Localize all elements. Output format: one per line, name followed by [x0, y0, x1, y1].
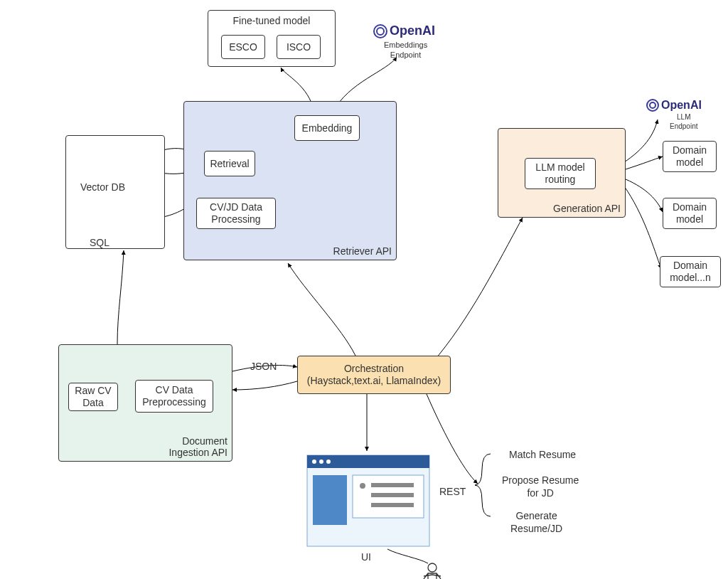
- openai-right-name: OpenAI: [661, 98, 702, 113]
- svg-rect-18: [371, 493, 414, 497]
- isco-box: ISCO: [277, 35, 321, 59]
- action-propose: Propose Resume for JD: [502, 474, 579, 499]
- domain-model-n: Domain model...n: [660, 256, 721, 287]
- openai-logo-top: [374, 25, 387, 38]
- svg-point-23: [647, 100, 658, 111]
- svg-point-12: [319, 460, 323, 464]
- action-generate: Generate Resume/JD: [510, 509, 562, 535]
- ui-label: UI: [361, 551, 371, 563]
- ui-mock-icon: [307, 455, 429, 546]
- doc-ingestion-label: Document Ingestion API: [168, 435, 228, 458]
- generation-label: Generation API: [553, 203, 621, 214]
- svg-point-11: [312, 460, 316, 464]
- finetuned-title: Fine-tuned model: [208, 15, 335, 26]
- svg-rect-10: [307, 455, 429, 468]
- diagram-canvas: Fine-tuned model ESCO ISCO OpenAI Embedd…: [0, 0, 728, 579]
- llm-routing-box: LLM model routing: [525, 158, 596, 189]
- brace-icon: [475, 454, 491, 516]
- svg-point-22: [377, 28, 384, 35]
- retrieval-box: Retrieval: [204, 151, 255, 176]
- finetuned-group: Fine-tuned model ESCO ISCO: [208, 10, 336, 67]
- openai-top-sub: Embeddings Endpoint: [384, 40, 427, 60]
- svg-point-21: [374, 25, 387, 38]
- svg-point-24: [650, 102, 655, 108]
- vector-db-label: Vector DB: [80, 181, 125, 193]
- openai-top-name: OpenAI: [390, 23, 435, 39]
- user-icon: [424, 563, 441, 579]
- action-match: Match Resume: [509, 448, 576, 461]
- embedding-box: Embedding: [294, 115, 360, 141]
- json-label: JSON: [250, 360, 277, 373]
- connector-layer: [0, 0, 728, 579]
- svg-rect-17: [371, 483, 414, 487]
- domain-model-1: Domain model: [663, 141, 717, 172]
- raw-cv-box: Raw CV Data: [68, 383, 118, 411]
- svg-point-16: [360, 483, 365, 489]
- cvjd-processing-box: CV/JD Data Processing: [196, 198, 276, 229]
- domain-model-2: Domain model: [663, 198, 717, 229]
- openai-right-sub: LLM Endpoint: [670, 112, 697, 131]
- svg-rect-14: [313, 475, 347, 525]
- sql-db-label: SQL: [90, 236, 109, 249]
- svg-point-20: [428, 563, 437, 572]
- svg-rect-19: [371, 503, 414, 507]
- cv-preprocessing-box: CV Data Preprocessing: [135, 380, 213, 413]
- esco-box: ESCO: [221, 35, 265, 59]
- openai-logo-right: [647, 100, 658, 111]
- rest-label: REST: [439, 485, 466, 498]
- retriever-label: Retriever API: [333, 245, 392, 257]
- svg-point-13: [326, 460, 331, 464]
- retriever-group: Retriever API: [183, 101, 397, 260]
- orchestration-box: Orchestration (Haystack,text.ai, LlamaIn…: [297, 356, 451, 394]
